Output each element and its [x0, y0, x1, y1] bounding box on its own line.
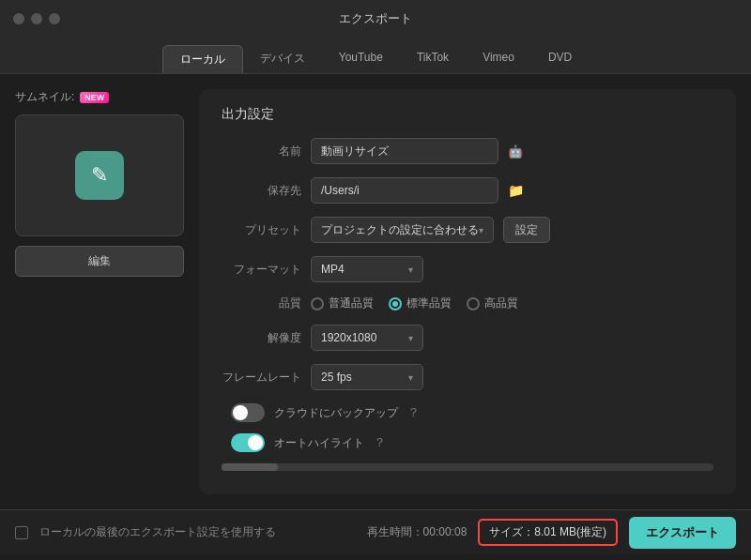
thumbnail-label-text: サムネイル:	[15, 89, 74, 105]
framerate-row: フレームレート 25 fps ▾	[222, 364, 713, 390]
radio-standard-circle	[389, 297, 402, 310]
scrollbar-thumb	[222, 463, 278, 471]
preset-select[interactable]: プロジェクトの設定に合わせる ▾	[311, 217, 494, 243]
save-label: 保存先	[222, 183, 301, 199]
tab-tiktok[interactable]: TikTok	[400, 45, 466, 73]
cloud-label: クラウドにバックアップ	[274, 405, 398, 421]
quality-standard[interactable]: 標準品質	[389, 295, 452, 311]
cloud-row: クラウドにバックアップ ？	[222, 403, 713, 422]
resolution-row: 解像度 1920x1080 ▾	[222, 325, 713, 351]
framerate-dropdown[interactable]: 25 fps ▾	[311, 364, 423, 390]
resolution-chevron: ▾	[408, 333, 413, 343]
edit-button[interactable]: 編集	[15, 246, 184, 277]
scrollbar[interactable]	[222, 463, 713, 471]
format-label: フォーマット	[222, 262, 301, 278]
thumbnail-icon: ✎	[75, 151, 124, 200]
highlight-row: オートハイライト ？	[222, 433, 713, 452]
cloud-toggle-knob	[233, 405, 248, 420]
cloud-help-icon[interactable]: ？	[407, 404, 420, 421]
format-row: フォーマット MP4 ▾	[222, 256, 713, 282]
save-row: 保存先 /Users/i 📁	[222, 177, 713, 204]
quality-row: 品質 普通品質 標準品質 高品質	[222, 295, 713, 311]
save-input[interactable]: /Users/i	[311, 177, 498, 204]
name-row: 名前 動画リサイズ 🤖	[222, 138, 713, 164]
quality-high[interactable]: 高品質	[467, 295, 518, 311]
quality-options: 普通品質 標準品質 高品質	[311, 295, 518, 311]
name-label: 名前	[222, 144, 301, 159]
format-chevron: ▾	[408, 265, 413, 275]
thumbnail-preview: ✎	[15, 114, 184, 236]
settings-button[interactable]: 設定	[503, 217, 550, 243]
resolution-label: 解像度	[222, 330, 301, 346]
radio-standard-inner	[392, 301, 398, 307]
preset-chevron: ▾	[479, 225, 483, 235]
footer: ローカルの最後のエクスポート設定を使用する 再生時間：00:00:08 サイズ：…	[0, 509, 751, 554]
section-title: 出力設定	[222, 106, 713, 123]
left-panel: サムネイル: NEW ✎ 編集	[15, 89, 184, 494]
new-badge: NEW	[80, 92, 109, 103]
window-title: エクスポート	[339, 10, 412, 27]
highlight-toggle-knob	[248, 435, 263, 450]
quality-normal[interactable]: 普通品質	[311, 295, 374, 311]
preset-label: プリセット	[222, 222, 301, 238]
tabbar: ローカル デバイス YouTube TikTok Vimeo DVD	[0, 38, 751, 74]
minimize-dot[interactable]	[31, 13, 42, 24]
resolution-dropdown[interactable]: 1920x1080 ▾	[311, 325, 423, 351]
size-badge: サイズ：8.01 MB(推定)	[478, 519, 618, 546]
highlight-label: オートハイライト	[274, 435, 364, 451]
right-panel: 出力設定 名前 動画リサイズ 🤖 保存先 /Users/i 📁 プリセット プロ…	[199, 89, 736, 494]
main-content: サムネイル: NEW ✎ 編集 出力設定 名前 動画リサイズ 🤖 保存先 /Us…	[0, 74, 751, 509]
radio-high-circle	[467, 297, 480, 310]
name-input[interactable]: 動画リサイズ	[311, 138, 498, 164]
duration-text: 再生時間：00:00:08	[367, 524, 467, 540]
framerate-label: フレームレート	[222, 370, 301, 386]
quality-label: 品質	[222, 295, 301, 311]
tab-device[interactable]: デバイス	[243, 45, 322, 73]
folder-icon[interactable]: 📁	[508, 183, 524, 198]
tab-dvd[interactable]: DVD	[531, 45, 589, 73]
preset-row: プリセット プロジェクトの設定に合わせる ▾ 設定	[222, 217, 713, 243]
use-last-settings-label: ローカルの最後のエクスポート設定を使用する	[39, 524, 356, 540]
ai-icon[interactable]: 🤖	[508, 144, 523, 159]
tab-vimeo[interactable]: Vimeo	[466, 45, 531, 73]
radio-normal-circle	[311, 297, 324, 310]
thumbnail-label-row: サムネイル: NEW	[15, 89, 184, 105]
titlebar: エクスポート	[0, 0, 751, 38]
use-last-settings-checkbox[interactable]	[15, 526, 28, 539]
tab-local[interactable]: ローカル	[162, 45, 243, 73]
framerate-chevron: ▾	[408, 372, 413, 383]
format-dropdown[interactable]: MP4 ▾	[311, 256, 423, 282]
close-dot[interactable]	[13, 13, 24, 24]
window-controls	[13, 13, 60, 24]
cloud-toggle[interactable]	[231, 403, 265, 422]
export-button[interactable]: エクスポート	[629, 517, 736, 549]
tab-youtube[interactable]: YouTube	[322, 45, 400, 73]
highlight-toggle[interactable]	[231, 433, 265, 452]
maximize-dot[interactable]	[49, 13, 60, 24]
highlight-help-icon[interactable]: ？	[374, 434, 386, 451]
